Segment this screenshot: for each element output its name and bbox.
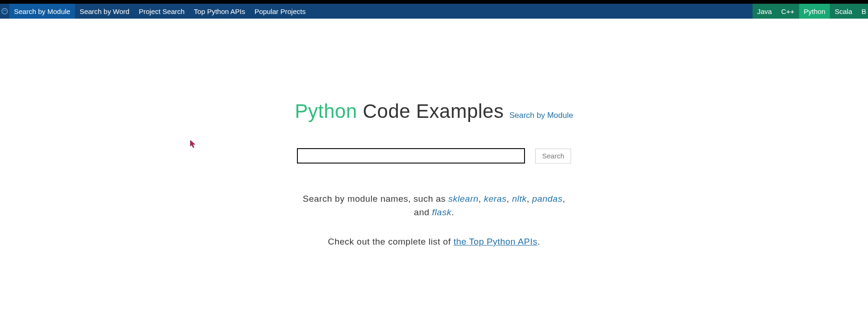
lang-item-b[interactable]: B: [857, 4, 868, 19]
lang-item-scala[interactable]: Scala: [830, 4, 857, 19]
main-navbar: Search by ModuleSearch by WordProject Se…: [0, 4, 868, 19]
top-apis-line: Check out the complete list of the Top P…: [328, 237, 540, 247]
module-link-pandas[interactable]: pandas: [532, 194, 562, 204]
search-row: Search: [297, 148, 572, 164]
top-python-apis-link[interactable]: the Top Python APIs: [453, 237, 537, 246]
nav-item-top-python-apis[interactable]: Top Python APIs: [189, 4, 250, 19]
module-link-flask[interactable]: flask: [432, 207, 451, 217]
page-title-row: Python Code Examples Search by Module: [295, 100, 573, 123]
lang-item-java[interactable]: Java: [753, 4, 777, 19]
title-rest: Code Examples: [357, 100, 504, 122]
nav-item-search-by-word[interactable]: Search by Word: [75, 4, 134, 19]
lang-item-python[interactable]: Python: [799, 4, 830, 19]
search-hint: Search by module names, such as sklearn,…: [295, 192, 574, 219]
lang-item-cplusplus[interactable]: C++: [776, 4, 799, 19]
apis-prefix: Check out the complete list of: [328, 237, 453, 246]
module-link-keras[interactable]: keras: [484, 194, 507, 204]
hint-prefix: Search by module names, such as: [303, 194, 449, 204]
site-logo-icon[interactable]: [0, 4, 9, 19]
nav-item-project-search[interactable]: Project Search: [134, 4, 189, 19]
module-link-nltk[interactable]: nltk: [512, 194, 527, 204]
search-by-module-link[interactable]: Search by Module: [509, 111, 573, 120]
nav-item-search-by-module[interactable]: Search by Module: [9, 4, 75, 19]
nav-item-popular-projects[interactable]: Popular Projects: [250, 4, 310, 19]
nav-left-group: Search by ModuleSearch by WordProject Se…: [0, 4, 310, 19]
main-content: Python Code Examples Search by Module Se…: [0, 19, 868, 247]
title-accent: Python: [295, 100, 357, 122]
nav-right-group: JavaC++PythonScalaB: [753, 4, 868, 19]
search-button[interactable]: Search: [535, 149, 572, 164]
page-title: Python Code Examples: [295, 100, 504, 123]
module-link-sklearn[interactable]: sklearn: [448, 194, 478, 204]
top-black-bar: [0, 0, 868, 4]
svg-point-0: [2, 8, 7, 14]
module-search-input[interactable]: [297, 148, 525, 164]
